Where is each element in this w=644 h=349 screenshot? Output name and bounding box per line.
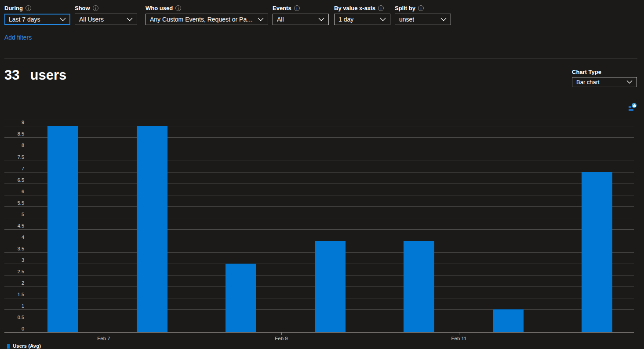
show-dropdown[interactable]: All Users: [75, 14, 137, 25]
users-bar-chart[interactable]: 00.511.522.533.544.555.566.577.588.59Feb…: [0, 0, 644, 349]
y-axis-tick-label: 0.5: [4, 314, 24, 320]
chart-type-dropdown-value: Bar chart: [576, 79, 600, 85]
bar-feb-11[interactable]: [493, 309, 524, 332]
chart-type-dropdown[interactable]: Bar chart: [572, 77, 637, 87]
users-count-heading: 33 users: [4, 67, 66, 83]
y-gridline: [4, 229, 634, 230]
y-axis-tick-label: 8: [4, 142, 24, 148]
bar-feb-7[interactable]: [137, 126, 167, 332]
legend-series-label: Users (Avg): [13, 343, 41, 349]
y-axis-tick-label: 0: [4, 326, 24, 332]
metrics-icon-bar: [635, 105, 636, 107]
y-gridline: [4, 137, 634, 138]
by-value-x-axis-filter-label: By value x-axis i: [334, 5, 384, 11]
y-axis-tick-label: 2: [4, 280, 24, 286]
info-icon[interactable]: i: [25, 5, 31, 11]
users-analytics-page: 00.511.522.533.544.555.566.577.588.59Feb…: [0, 0, 644, 349]
section-divider: [4, 59, 637, 59]
show-dropdown-value: All Users: [79, 16, 104, 23]
y-gridline: [4, 172, 634, 173]
info-icon[interactable]: i: [378, 5, 384, 11]
y-gridline: [4, 126, 634, 126]
chevron-down-icon: [127, 18, 133, 22]
events-dropdown[interactable]: All: [273, 14, 329, 25]
y-gridline: [4, 195, 634, 195]
who-used-dropdown-value: Any Custom Events, Request or Page View: [150, 16, 255, 23]
chart-legend[interactable]: Users (Avg): [7, 343, 41, 349]
by-value-x-axis-dropdown[interactable]: 1 day: [334, 14, 390, 25]
during-dropdown-value: Last 7 days: [9, 16, 40, 23]
bar-feb-12[interactable]: [582, 172, 612, 332]
y-axis-tick-label: 6.5: [4, 177, 24, 183]
y-axis-tick-label: 7: [4, 165, 24, 172]
legend-color-swatch: [7, 344, 10, 349]
x-axis-tick: [104, 332, 104, 335]
chevron-down-icon: [440, 18, 447, 22]
y-gridline: [4, 149, 634, 149]
chevron-down-icon: [60, 18, 66, 22]
chevron-down-icon: [258, 18, 264, 22]
chevron-down-icon: [380, 18, 386, 22]
y-gridline: [4, 161, 634, 161]
y-axis-tick-label: 4: [4, 234, 24, 240]
split-by-dropdown-value: unset: [399, 16, 414, 23]
who-used-label-text: Who used: [146, 5, 173, 11]
during-label-text: During: [4, 5, 23, 11]
y-axis-tick-label: 6: [4, 188, 24, 195]
y-axis-tick-label: 5.5: [4, 200, 24, 206]
x-axis-tick-label: Feb 11: [446, 336, 472, 341]
who-used-dropdown[interactable]: Any Custom Events, Request or Page View: [146, 14, 268, 25]
y-axis-tick-label: 8.5: [4, 131, 24, 137]
info-icon[interactable]: i: [418, 5, 424, 11]
y-axis-tick-label: 1: [4, 303, 24, 309]
users-count-unit: users: [30, 67, 66, 83]
chevron-down-icon: [318, 18, 324, 22]
metrics-icon-square: [629, 106, 631, 108]
split-by-label-text: Split by: [395, 5, 415, 11]
metrics-chart-icon[interactable]: [629, 103, 637, 112]
x-axis-tick-label: Feb 9: [268, 336, 295, 341]
y-axis-tick-label: 3: [4, 257, 24, 263]
y-gridline: [4, 184, 634, 184]
info-icon[interactable]: i: [175, 5, 181, 11]
x-axis-line: [4, 332, 634, 333]
bar-feb-10[interactable]: [404, 241, 434, 332]
y-gridline: [4, 218, 634, 218]
bar-feb-9[interactable]: [315, 241, 346, 332]
events-dropdown-value: All: [277, 16, 284, 23]
x-axis-tick-label: Feb 7: [91, 336, 117, 341]
by-value-x-axis-dropdown-value: 1 day: [338, 16, 353, 23]
split-by-dropdown[interactable]: unset: [395, 14, 451, 25]
add-filters-link[interactable]: Add filters: [4, 34, 32, 41]
metrics-icon-square: [631, 109, 633, 111]
show-filter-label: Show i: [75, 5, 98, 11]
y-axis-tick-label: 7.5: [4, 154, 24, 160]
y-axis-tick-label: 1.5: [4, 291, 24, 298]
who-used-filter-label: Who used i: [146, 5, 181, 11]
y-axis-tick-label: 3.5: [4, 246, 24, 252]
y-gridline: [4, 206, 634, 207]
x-axis-tick: [281, 332, 282, 335]
users-count-value: 33: [4, 67, 19, 83]
metrics-icon-square: [629, 109, 631, 111]
x-axis-tick: [459, 332, 459, 335]
during-filter-label: During i: [4, 5, 31, 11]
chart-type-label: Chart Type: [572, 69, 601, 75]
show-label-text: Show: [75, 5, 90, 11]
by-value-x-axis-label-text: By value x-axis: [334, 5, 375, 11]
info-icon[interactable]: i: [93, 5, 98, 11]
metrics-icon-bubble: [632, 103, 637, 108]
during-dropdown[interactable]: Last 7 days: [4, 14, 70, 25]
info-icon[interactable]: i: [294, 5, 300, 11]
y-axis-tick-label: 9: [4, 119, 24, 125]
y-axis-tick-label: 4.5: [4, 223, 24, 229]
events-label-text: Events: [273, 5, 291, 11]
chevron-down-icon: [626, 80, 633, 84]
events-filter-label: Events i: [273, 5, 300, 11]
chart-top-border: [4, 120, 634, 120]
bar-feb-8[interactable]: [226, 264, 256, 332]
y-axis-tick-label: 5: [4, 211, 24, 217]
bar-feb-6[interactable]: [47, 126, 78, 332]
y-axis-tick-label: 2.5: [4, 268, 24, 275]
split-by-filter-label: Split by i: [395, 5, 424, 11]
